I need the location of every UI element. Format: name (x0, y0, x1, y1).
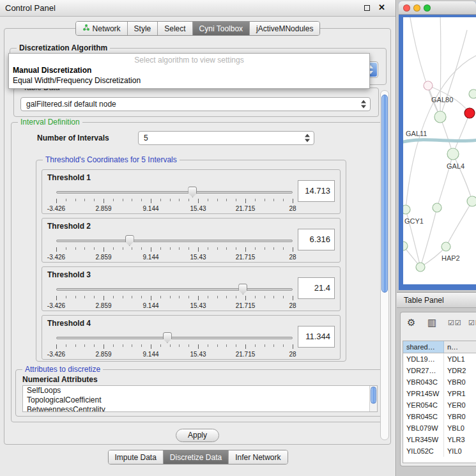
network-node-green[interactable] (441, 242, 450, 251)
network-edge[interactable] (453, 113, 470, 154)
table-row[interactable]: YDL19…YDL1 (403, 353, 476, 365)
network-canvas[interactable]: GAL80GAL11GAL4GCY1HAP2 (403, 17, 476, 284)
list-item[interactable]: SelfLoops (23, 386, 377, 395)
network-node-green[interactable] (403, 242, 408, 250)
tab-select[interactable]: Select (158, 22, 192, 35)
table-cell[interactable]: YIL052C (403, 445, 444, 457)
list-item[interactable]: TopologicalCoefficient (23, 395, 377, 405)
dropdown-option-equal-width-frequency-discretization[interactable]: Equal Width/Frequency Discretization (9, 75, 369, 86)
threshold-value-input[interactable]: 21.4 (298, 277, 335, 299)
table-cell[interactable]: YBR043C (403, 376, 444, 388)
table-cell[interactable]: YDR2 (444, 365, 476, 376)
scale-label: 9.144 (142, 351, 158, 358)
network-node-green[interactable] (467, 196, 476, 206)
table-row[interactable]: YBL079WYBL0 (403, 422, 476, 434)
network-node-green[interactable] (469, 89, 476, 98)
network-graph[interactable]: GAL80GAL11GAL4GCY1HAP2 (403, 17, 476, 284)
table-cell[interactable]: YER0 (444, 399, 476, 411)
table-row[interactable]: YDR27…YDR2 (403, 365, 476, 376)
table-cell[interactable]: YBR045C (403, 411, 444, 422)
table-row[interactable]: YIL052CYIL0 (403, 445, 476, 457)
columns-icon[interactable]: ▥ (427, 317, 436, 328)
tab-network[interactable]: Network (76, 22, 128, 35)
table-cell[interactable]: YER054C (403, 399, 444, 411)
table-data-combobox[interactable]: galFiltered.sif default node (20, 97, 371, 111)
column-header[interactable]: shared… (403, 341, 444, 353)
close-button[interactable] (403, 4, 410, 12)
threshold-panel: Threshold 3-3.4262.8599.14415.4321.71528… (42, 266, 341, 311)
column-header[interactable]: n… (444, 341, 476, 353)
scale-label: 15.43 (190, 205, 206, 212)
number-of-intervals-combobox[interactable]: 5 (138, 131, 314, 145)
select-columns-icon[interactable]: ☑☑ (468, 319, 476, 327)
table-row[interactable]: YLR345WYLR3 (403, 434, 476, 445)
list-scrollbar[interactable] (369, 386, 377, 411)
network-node-pink[interactable] (424, 81, 433, 90)
table-cell[interactable]: YPR1 (444, 388, 476, 399)
combobox-stepper-icon[interactable] (361, 100, 366, 109)
slider-thumb[interactable] (163, 332, 172, 343)
network-edge[interactable] (446, 201, 472, 247)
threshold-value-input[interactable]: 14.713 (298, 180, 335, 202)
tab-discretize-data[interactable]: Discretize Data (164, 450, 229, 464)
network-edge[interactable] (440, 30, 467, 117)
zoom-button[interactable] (424, 4, 431, 12)
table-cell[interactable]: YBR0 (444, 411, 476, 422)
slider-track[interactable] (56, 288, 293, 291)
tab-cyni-toolbox[interactable]: Cyni Toolbox (193, 22, 250, 35)
table-cell[interactable]: YDL19… (403, 353, 444, 365)
threshold-value-input[interactable]: 6.316 (298, 229, 335, 250)
network-edge-thick[interactable] (403, 140, 476, 142)
table-cell[interactable]: YIL0 (444, 445, 476, 457)
threshold-slider[interactable]: -3.4262.8599.14415.4321.71528 (56, 235, 293, 262)
network-edge[interactable] (420, 208, 437, 267)
table-cell[interactable]: YLR3 (444, 434, 476, 445)
threshold-slider[interactable]: -3.4262.8599.14415.4321.71528 (56, 187, 293, 213)
table-row[interactable]: YBR045CYBR0 (403, 411, 476, 422)
scrollbar-thumb[interactable] (381, 95, 388, 293)
slider-track[interactable] (56, 191, 293, 194)
gear-icon[interactable]: ⚙ (407, 317, 415, 328)
threshold-value-input[interactable]: 11.344 (298, 326, 335, 348)
table-row[interactable]: YPR145WYPR1 (403, 388, 476, 399)
slider-track[interactable] (56, 337, 293, 339)
slider-thumb[interactable] (238, 284, 247, 295)
table-cell[interactable]: YPR145W (403, 388, 444, 399)
tab-style[interactable]: Style (128, 22, 158, 35)
network-edge[interactable] (453, 154, 472, 201)
network-node-green[interactable] (403, 205, 410, 214)
slider-thumb[interactable] (125, 235, 134, 246)
list-item[interactable]: BetweennessCentrality (23, 405, 377, 412)
table-cell[interactable]: YBL079W (403, 422, 444, 434)
table-cell[interactable]: YBL0 (444, 422, 476, 434)
table-cell[interactable]: YDR27… (403, 365, 444, 376)
tab-jactivemnodules[interactable]: jActiveMNodules (250, 22, 319, 35)
network-node-green[interactable] (434, 111, 446, 123)
table-row[interactable]: YER054CYER0 (403, 399, 476, 411)
dropdown-option-manual-discretization[interactable]: Manual Discretization (9, 65, 369, 75)
apply-button[interactable]: Apply (176, 429, 219, 442)
close-icon[interactable]: ✕ (378, 3, 385, 12)
table-cell[interactable]: YBR0 (444, 376, 476, 388)
threshold-slider[interactable]: -3.4262.8599.14415.4321.71528 (56, 284, 293, 311)
combobox-stepper-icon[interactable] (305, 134, 310, 142)
network-node-green[interactable] (447, 148, 459, 160)
table-row[interactable]: YBR043CYBR0 (403, 376, 476, 388)
scrollbar-thumb[interactable] (371, 387, 376, 404)
network-node-green[interactable] (416, 263, 425, 272)
table-cell[interactable]: YLR345W (403, 434, 444, 445)
minimize-button[interactable] (413, 4, 420, 12)
slider-thumb[interactable] (188, 187, 197, 197)
network-node-red[interactable] (464, 108, 475, 118)
table-cell[interactable]: YDL1 (444, 353, 476, 365)
show-columns-icon[interactable]: ☑☑ (448, 319, 462, 327)
threshold-slider[interactable]: -3.4262.8599.14415.4321.71528 (56, 332, 293, 359)
float-window-icon[interactable] (364, 5, 370, 11)
slider-track[interactable] (56, 240, 293, 242)
vertical-scrollbar[interactable] (380, 90, 389, 440)
tab-infer-network[interactable]: Infer Network (229, 450, 287, 464)
attributes-list[interactable]: SelfLoopsTopologicalCoefficientBetweenne… (22, 385, 378, 412)
scale-label: -3.426 (47, 205, 65, 212)
tab-impute-data[interactable]: Impute Data (108, 450, 163, 464)
network-node-green[interactable] (433, 203, 441, 212)
